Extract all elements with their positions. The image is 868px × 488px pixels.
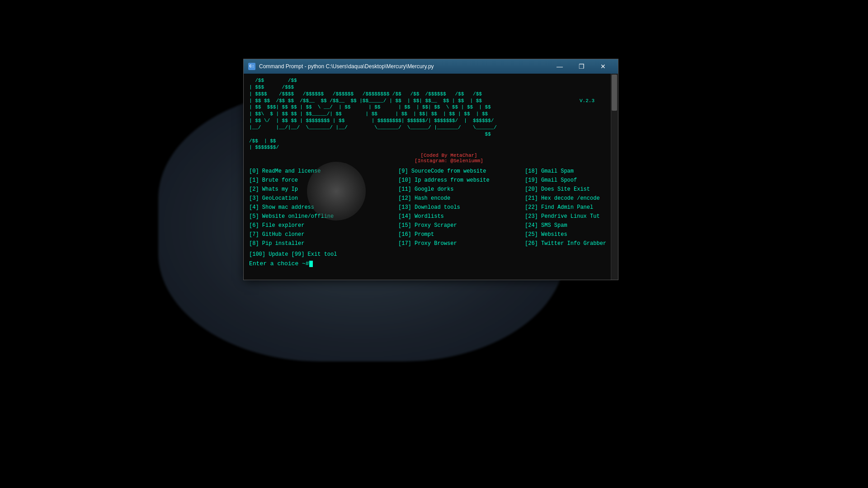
menu-item-15[interactable]: [15] Proxy Scraper: [398, 221, 525, 230]
menu-item-10[interactable]: [10] Ip address from website: [398, 176, 525, 184]
menu-item-14[interactable]: [14] Wordlists: [398, 212, 525, 221]
menu-item-22[interactable]: [22] Find Admin Panel: [525, 203, 618, 211]
close-button[interactable]: ✕: [593, 59, 613, 74]
menu-item-24[interactable]: [24] SMS Spam: [525, 221, 618, 230]
menu-item-21[interactable]: [21] Hex decode /encode: [525, 194, 618, 202]
menu-item-6[interactable]: [6] File explorer: [249, 221, 398, 230]
window-icon: C:: [248, 63, 255, 70]
menu-section: [0] ReadMe and license [1] Brute force […: [249, 167, 613, 248]
menu-column-1: [0] ReadMe and license [1] Brute force […: [249, 167, 398, 248]
menu-item-0[interactable]: [0] ReadMe and license: [249, 167, 398, 175]
menu-column-3: [18] Gmail Spam [19] Gmail Spoof [20] Do…: [525, 167, 618, 248]
terminal-window: C: Command Prompt - python C:\Users\daqu…: [243, 59, 618, 280]
menu-item-5[interactable]: [5] Website online/offline: [249, 212, 398, 221]
restore-button[interactable]: ❐: [571, 59, 592, 74]
menu-item-18[interactable]: [18] Gmail Spam: [525, 167, 618, 175]
menu-item-1[interactable]: [1] Brute force: [249, 176, 398, 184]
credits-section: [Coded By MetaChar] [Instagram: @Seleniu…: [285, 153, 613, 164]
scrollbar-thumb[interactable]: [612, 75, 617, 111]
menu-item-8[interactable]: [8] Pip installer: [249, 239, 398, 248]
menu-item-20[interactable]: [20] Does Site Exist: [525, 185, 618, 193]
instagram-text: [Instagram: @Seleniumm]: [415, 158, 483, 164]
window-controls: — ❐ ✕: [549, 59, 613, 74]
menu-item-2[interactable]: [2] Whats my Ip: [249, 185, 398, 193]
menu-item-23[interactable]: [23] Pendrive Linux Tut: [525, 212, 618, 221]
menu-item-25[interactable]: [25] Websites: [525, 230, 618, 239]
bottom-options: [100] Update [99] Exit tool: [249, 251, 613, 258]
ascii-art: /$$ /$$ | $$$ /$$$ | $$$$ /$$$$ /$$$$$$ …: [249, 77, 613, 151]
menu-item-12[interactable]: [12] Hash encode: [398, 194, 525, 202]
minimize-button[interactable]: —: [549, 59, 570, 74]
cursor: [309, 261, 313, 267]
prompt-text: Enter a choice ~#: [249, 260, 309, 267]
menu-item-13[interactable]: [13] Download tools: [398, 203, 525, 211]
menu-item-11[interactable]: [11] Google dorks: [398, 185, 525, 193]
menu-item-3[interactable]: [3] GeoLocation: [249, 194, 398, 202]
menu-item-17[interactable]: [17] Proxy Browser: [398, 239, 525, 248]
menu-item-7[interactable]: [7] GitHub cloner: [249, 230, 398, 239]
title-bar: C: Command Prompt - python C:\Users\daqu…: [244, 59, 618, 74]
terminal-body[interactable]: /$$ /$$ | $$$ /$$$ | $$$$ /$$$$ /$$$$$$ …: [244, 74, 618, 280]
menu-item-4[interactable]: [4] Show mac address: [249, 203, 398, 211]
coded-by-text: [Coded By MetaChar]: [420, 153, 477, 158]
scrollbar[interactable]: [611, 74, 618, 280]
menu-column-2: [9] SourceCode from website [10] Ip addr…: [398, 167, 525, 248]
menu-item-16[interactable]: [16] Prompt: [398, 230, 525, 239]
window-title: Command Prompt - python C:\Users\daqua\D…: [259, 63, 549, 70]
menu-item-9[interactable]: [9] SourceCode from website: [398, 167, 525, 175]
prompt-line[interactable]: Enter a choice ~#: [249, 260, 613, 267]
menu-item-19[interactable]: [19] Gmail Spoof: [525, 176, 618, 184]
menu-item-26[interactable]: [26] Twitter Info Grabber: [525, 239, 618, 248]
